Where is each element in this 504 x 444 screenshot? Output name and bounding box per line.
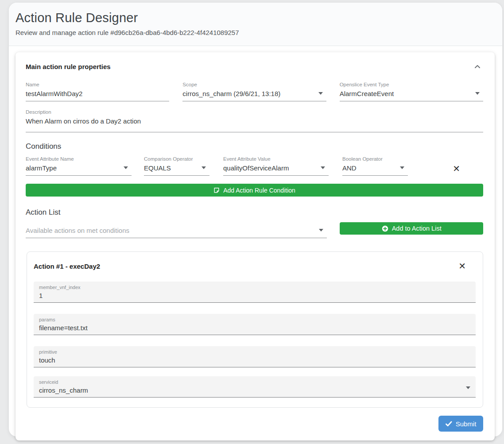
member-vnf-index-label: member_vnf_index: [39, 285, 470, 290]
serviceid-select[interactable]: serviceid cirros_ns_charm: [34, 376, 476, 398]
submit-button[interactable]: Submit: [438, 416, 483, 432]
action-card-title: Action #1 - execDay2: [34, 263, 100, 270]
name-label: Name: [26, 82, 169, 87]
comparison-operator-select[interactable]: Comparison Operator EQUALS: [144, 156, 209, 176]
main-properties-card: Main action rule properties Name testAla…: [16, 52, 495, 440]
remove-condition-icon[interactable]: ✕: [453, 164, 460, 173]
add-to-action-list-label: Add to Action List: [392, 225, 442, 232]
condition-row: Event Attribute Name alarmType Compariso…: [26, 156, 483, 176]
dropdown-arrow-icon: [202, 166, 206, 169]
event-attribute-name-label: Event Attribute Name: [26, 156, 132, 162]
params-value: filename=test.txt: [39, 324, 470, 332]
description-field[interactable]: Description When Alarm on cirros do a Da…: [26, 109, 483, 132]
event-type-value: AlarmCreateEvent: [340, 90, 483, 101]
add-condition-button[interactable]: Add Action Rule Condition: [26, 184, 483, 197]
member-vnf-index-field[interactable]: member_vnf_index 1: [34, 282, 476, 303]
name-field[interactable]: Name testAlarmWithDay2: [26, 82, 169, 101]
chevron-up-icon[interactable]: [474, 64, 481, 70]
page-container: Action Rule Designer Review and manage a…: [9, 3, 502, 436]
scope-select[interactable]: Scope cirros_ns_charm (29/6/21, 13:18): [182, 82, 326, 101]
dropdown-arrow-icon: [400, 166, 404, 169]
event-attribute-value-select[interactable]: Event Attribute Value qualityOfServiceAl…: [223, 156, 329, 176]
name-value: testAlarmWithDay2: [26, 90, 169, 101]
section-title: Main action rule properties: [26, 63, 111, 70]
action-list-heading: Action List: [26, 208, 483, 217]
dropdown-arrow-icon: [466, 386, 470, 389]
submit-label: Submit: [456, 420, 477, 428]
dropdown-arrow-icon: [318, 92, 323, 95]
event-attribute-value-label: Event Attribute Value: [223, 156, 329, 162]
dropdown-arrow-icon: [319, 229, 323, 232]
action-card: Action #1 - execDay2 ✕ member_vnf_index …: [27, 251, 483, 408]
action-list-row: Available actions on met conditions Add …: [26, 222, 483, 238]
serviceid-label: serviceid: [39, 379, 470, 385]
description-value: When Alarm on cirros do a Day2 action: [26, 117, 483, 132]
boolean-operator-label: Boolean Operator: [342, 156, 408, 162]
remove-action-icon[interactable]: ✕: [458, 262, 466, 270]
comparison-operator-label: Comparison Operator: [144, 156, 209, 162]
available-actions-select[interactable]: Available actions on met conditions: [26, 227, 327, 238]
primitive-label: primitive: [39, 349, 470, 355]
event-type-select[interactable]: Openslice Event Type AlarmCreateEvent: [340, 82, 483, 101]
event-type-label: Openslice Event Type: [340, 82, 483, 87]
boolean-operator-select[interactable]: Boolean Operator AND: [342, 156, 408, 176]
dropdown-arrow-icon: [321, 166, 325, 169]
conditions-heading: Conditions: [26, 142, 483, 151]
event-attribute-name-select[interactable]: Event Attribute Name alarmType: [26, 156, 132, 176]
params-field[interactable]: params filename=test.txt: [34, 314, 476, 335]
scope-value: cirros_ns_charm (29/6/21, 13:18): [182, 90, 326, 101]
plus-circle-icon: [382, 225, 388, 232]
dropdown-arrow-icon: [124, 166, 128, 169]
page-subtitle: Review and manage action rule #d96cb26a-…: [16, 29, 496, 36]
page-title: Action Rule Designer: [16, 11, 496, 25]
event-attribute-name-value: alarmType: [26, 164, 132, 175]
params-label: params: [39, 317, 470, 322]
event-attribute-value-value: qualityOfServiceAlarm: [223, 164, 329, 175]
serviceid-value: cirros_ns_charm: [39, 386, 470, 394]
page-header: Action Rule Designer Review and manage a…: [9, 3, 502, 46]
member-vnf-index-value: 1: [39, 292, 470, 299]
scope-label: Scope: [182, 82, 326, 87]
primitive-value: touch: [39, 356, 470, 364]
dropdown-arrow-icon: [475, 92, 480, 95]
boolean-operator-value: AND: [342, 164, 408, 175]
available-actions-placeholder: Available actions on met conditions: [26, 227, 327, 238]
description-label: Description: [26, 109, 483, 115]
check-icon: [446, 421, 452, 427]
add-condition-label: Add Action Rule Condition: [223, 187, 295, 194]
comparison-operator-value: EQUALS: [144, 164, 209, 175]
note-icon: [213, 187, 220, 193]
primitive-field[interactable]: primitive touch: [34, 346, 476, 367]
add-to-action-list-button[interactable]: Add to Action List: [340, 222, 483, 235]
